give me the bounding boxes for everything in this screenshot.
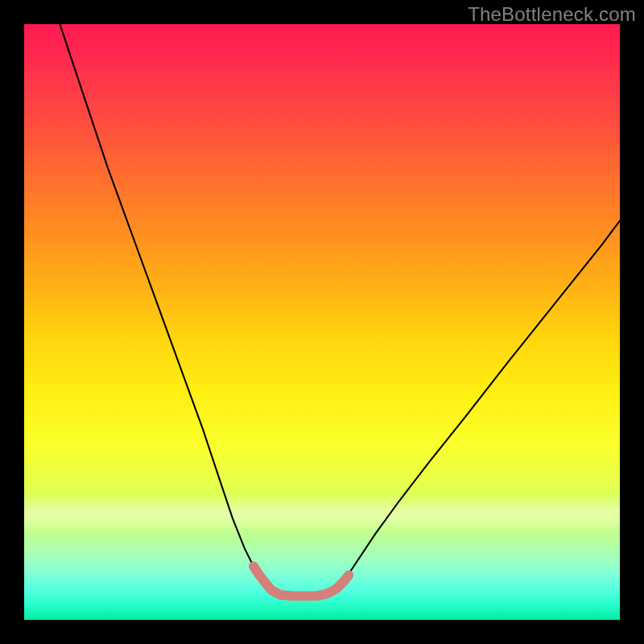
plot-area xyxy=(24,24,620,620)
chart-frame: TheBottleneck.com xyxy=(0,0,644,644)
curve-layer xyxy=(24,24,620,620)
main-curve xyxy=(60,24,620,596)
attribution-label: TheBottleneck.com xyxy=(468,3,636,26)
bottom-highlight xyxy=(254,566,349,596)
